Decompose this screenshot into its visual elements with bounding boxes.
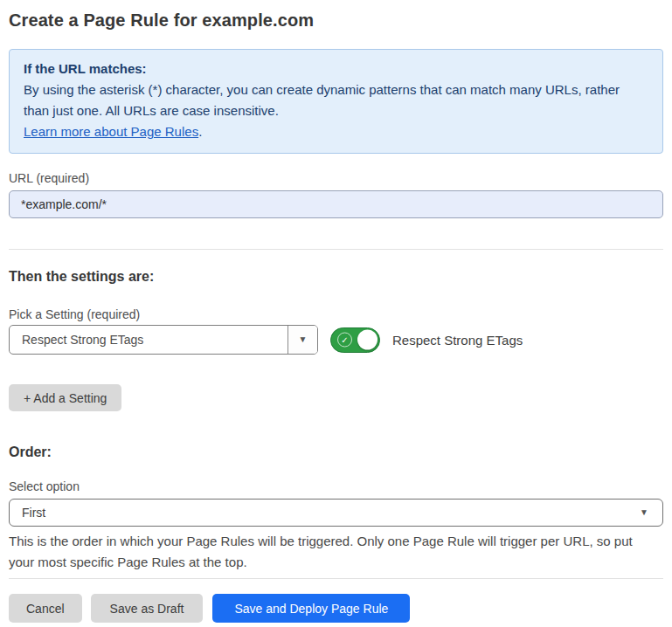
save-draft-button[interactable]: Save as Draft [91,594,204,623]
info-link-line: Learn more about Page Rules. [24,121,648,142]
chevron-down-icon: ▼ [299,335,308,344]
order-select[interactable]: First ▼ [9,499,663,527]
info-box-body: By using the asterisk (*) character, you… [24,79,648,121]
setting-select-arrow-button[interactable]: ▼ [288,326,317,354]
toggle-knob [357,330,378,350]
save-deploy-button[interactable]: Save and Deploy Page Rule [212,594,410,623]
page-rule-form: Create a Page Rule for example.com If th… [0,0,672,623]
url-field-label: URL (required) [9,171,663,185]
setting-row: Respect Strong ETags ▼ ✓ Respect Strong … [9,325,663,355]
chevron-down-icon: ▼ [640,508,648,517]
order-select-value: First [22,506,45,520]
learn-more-link[interactable]: Learn more about Page Rules [24,124,198,139]
toggle-label: Respect Strong ETags [392,333,523,348]
link-suffix: . [198,124,202,139]
settings-section-heading: Then the settings are: [9,269,663,285]
url-match-info-box: If the URL matches: By using the asteris… [9,49,663,154]
section-divider [9,249,663,250]
order-select-label: Select option [9,479,663,493]
form-actions: Cancel Save as Draft Save and Deploy Pag… [9,594,663,623]
page-title: Create a Page Rule for example.com [9,10,663,31]
setting-select[interactable]: Respect Strong ETags ▼ [9,325,318,355]
etags-toggle[interactable]: ✓ [330,327,380,353]
url-input[interactable] [9,190,663,218]
pick-setting-label: Pick a Setting (required) [9,307,663,321]
info-box-heading: If the URL matches: [24,59,648,79]
footer-divider [9,578,663,579]
cancel-button[interactable]: Cancel [9,594,82,623]
add-setting-button[interactable]: + Add a Setting [9,384,121,411]
order-help-text: This is the order in which your Page Rul… [9,531,660,573]
order-section-heading: Order: [9,444,663,460]
setting-select-value: Respect Strong ETags [10,326,288,354]
check-icon: ✓ [337,333,352,348]
